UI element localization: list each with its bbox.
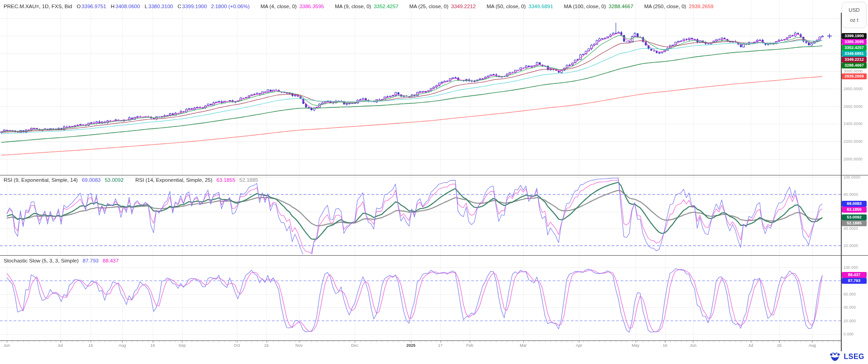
time-axis-label: Mar — [520, 343, 527, 348]
rsi-value-4: 52.1885 — [239, 177, 258, 183]
price-badge: 69.0083 — [842, 201, 867, 207]
time-axis-label: Jul — [748, 343, 753, 348]
price-badge: 3386.3595 — [842, 39, 867, 45]
price-tick-label: 100.0000 — [844, 175, 860, 180]
ohlc-key: L — [145, 4, 147, 9]
ma-legend-value: 3349.2212 — [451, 4, 476, 9]
price-tick-label: 40.000 — [844, 305, 856, 310]
ma-legend-label: MA (4, close, 0) — [260, 4, 297, 9]
ohlc-key: H — [111, 4, 114, 9]
ma-legend-label: MA (100, close, 0) — [564, 4, 606, 9]
rsi-value-2: 53.0092 — [105, 177, 124, 183]
ohlc-key: O — [77, 4, 81, 9]
ma-legend-item[interactable]: MA (9, close, 0)3352.4257 — [335, 4, 398, 9]
time-axis-label: Aug — [119, 343, 126, 348]
price-tick-label: 40.0000 — [844, 226, 858, 231]
price-badge: 88.437 — [842, 272, 867, 278]
ma-legend-value: 3288.4667 — [609, 4, 633, 9]
stochastic-legend[interactable]: Stochastic Slow (5, 3, 3, Simple) 87.793… — [4, 258, 119, 263]
price-tick-label: 100.000 — [844, 265, 858, 270]
ohlc-value: 3408.0600 — [116, 4, 140, 9]
time-axis-label: 17 — [438, 343, 443, 348]
main-chart-legend[interactable]: PREC.M.XAU=, 1D, FXS, Bid O3396.9751H340… — [4, 0, 714, 13]
price-badge: 3399.1900 — [842, 33, 867, 39]
ohlc-key: C — [178, 4, 181, 9]
time-axis-label: Jun — [690, 343, 697, 348]
currency-label: USD — [849, 7, 859, 13]
instrument-title: PREC.M.XAU=, 1D, FXS, Bid — [4, 4, 72, 9]
unit-label: oz t — [850, 17, 858, 23]
price-tick-label: 2400.0000 — [844, 121, 863, 126]
ma-legend-group: MA (4, close, 0)3386.3595MA (9, close, 0… — [250, 4, 714, 9]
price-tick-label: 2800.0000 — [844, 87, 863, 91]
time-axis-label: 2025 — [406, 343, 415, 348]
price-tick-label: 20.0000 — [844, 243, 858, 248]
ohlc-value: 3396.9751 — [82, 4, 106, 9]
stochastic-title: Stochastic Slow (5, 3, 3, Simple) — [4, 258, 79, 263]
price-badge: 2939.2659 — [842, 73, 867, 79]
ma-legend-value: 2939.2659 — [689, 4, 714, 9]
time-axis-label: Nov — [295, 343, 303, 348]
rsi-title-2: RSI (14, Exponential, Simple, 25) — [135, 177, 212, 183]
time-axis-label: Aug — [809, 343, 816, 348]
lseg-crest-icon — [829, 352, 841, 362]
price-badge: 87.793 — [842, 278, 867, 284]
ma-legend-item[interactable]: MA (50, close, 0)3349.6891 — [487, 4, 553, 9]
ma-legend-value: 3352.4257 — [374, 4, 398, 9]
time-axis-label: Feb — [466, 343, 473, 348]
time-axis-label: Jun — [4, 343, 10, 348]
time-axis-label: Jul — [58, 343, 63, 348]
ma-legend-label: MA (9, close, 0) — [335, 4, 371, 9]
rsi-value-3: 63.1855 — [217, 177, 236, 183]
price-badge: 3352.4257 — [842, 45, 867, 51]
time-axis-label: Sep — [178, 343, 186, 348]
stochastic-value-1: 87.793 — [83, 258, 99, 263]
time-axis-label: Dec — [351, 343, 358, 348]
price-tick-label: 2200.0000 — [844, 139, 863, 144]
price-badge: 63.1855 — [842, 207, 867, 213]
ohlc-values: O3396.9751H3408.0600L3380.3100C3399.1900 — [72, 4, 207, 9]
price-badge: 53.0092 — [842, 214, 867, 220]
change-value: 2.1800 (+0.06%) — [211, 4, 250, 9]
lseg-logo-text: LSEG — [844, 353, 864, 361]
price-tick-label: 3000.0000 — [844, 69, 863, 73]
price-tick-label: 2000.0000 — [844, 157, 863, 161]
ma-legend-item[interactable]: MA (100, close, 0)3288.4667 — [564, 4, 633, 9]
ma-legend-label: MA (25, close, 0) — [410, 4, 448, 9]
time-axis-label: 16 — [663, 343, 667, 348]
price-tick-label: 2600.0000 — [844, 104, 863, 109]
time-axis-label: 16 — [264, 343, 269, 348]
ma-legend-label: MA (50, close, 0) — [487, 4, 526, 9]
time-axis-label: Oct — [234, 343, 240, 348]
ma-legend-item[interactable]: MA (25, close, 0)3349.2212 — [410, 4, 476, 9]
price-badge: 3349.6891 — [842, 51, 867, 57]
price-tick-label: 0.000 — [844, 332, 854, 336]
unit-selector[interactable]: USD oz t — [842, 2, 867, 28]
price-tick-label: 60.000 — [844, 292, 856, 296]
ohlc-value: 3380.3100 — [149, 4, 173, 9]
lseg-logo: LSEG — [829, 352, 864, 362]
time-axis-label: Apr — [576, 343, 582, 348]
ma-legend-item[interactable]: MA (250, close, 0)2939.2659 — [644, 4, 714, 9]
ma-legend-item[interactable]: MA (4, close, 0)3386.3595 — [260, 4, 324, 9]
price-badge: 52.1885 — [842, 220, 867, 226]
rsi-legend[interactable]: RSI (9, Exponential, Simple, 14) 69.0083… — [4, 177, 258, 183]
rsi-value-1: 69.0083 — [82, 177, 101, 183]
time-axis-label: 16 — [777, 343, 781, 348]
price-badge: 3349.2212 — [842, 57, 867, 63]
rsi-title-1: RSI (9, Exponential, Simple, 14) — [4, 177, 78, 183]
time-axis-label: 16 — [150, 343, 155, 348]
time-axis-label: 16 — [88, 343, 93, 348]
ohlc-value: 3399.1900 — [182, 4, 207, 9]
price-tick-label: 20.000 — [844, 319, 856, 323]
price-tick-label: 80.0000 — [844, 192, 858, 197]
time-axis-label: May — [632, 343, 639, 348]
chart-application: PREC.M.XAU=, 1D, FXS, Bid O3396.9751H340… — [0, 0, 868, 364]
ma-legend-value: 3349.6891 — [528, 4, 553, 9]
stochastic-value-2: 88.437 — [103, 258, 119, 263]
ma-legend-value: 3386.3595 — [299, 4, 324, 9]
price-badge: 3288.4667 — [842, 63, 867, 68]
ma-legend-label: MA (250, close, 0) — [644, 4, 686, 9]
